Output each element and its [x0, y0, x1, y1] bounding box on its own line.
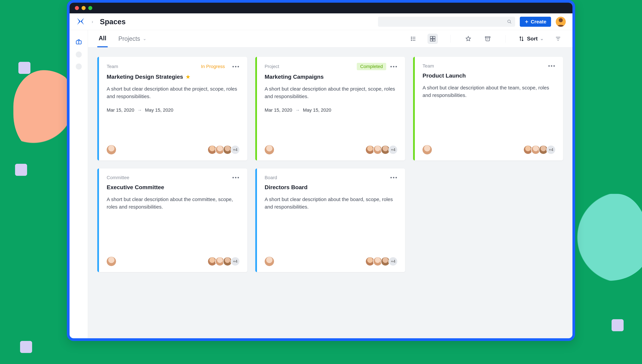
- member-overflow-count[interactable]: +4: [231, 257, 240, 266]
- space-card[interactable]: Board ••• Directors Board A short but cl…: [255, 168, 405, 272]
- member-overflow-count[interactable]: +4: [546, 145, 556, 154]
- card-owner-avatar[interactable]: [265, 257, 274, 266]
- star-icon: [465, 36, 471, 42]
- card-description: A short but clear description about the …: [107, 196, 240, 210]
- card-category: Board: [265, 175, 277, 180]
- card-description: A short but clear description about the …: [265, 85, 398, 100]
- card-description: A short but clear description about the …: [422, 84, 556, 99]
- toolbar-separator: [505, 35, 506, 42]
- page-title: Spaces: [100, 18, 126, 26]
- star-filled-icon[interactable]: ★: [186, 74, 190, 80]
- arrow-right-icon: →: [295, 108, 300, 113]
- card-owner-avatar[interactable]: [107, 145, 116, 154]
- space-card[interactable]: Project Completed ••• Marketing Campaign…: [255, 57, 405, 160]
- archive-icon: [484, 36, 491, 42]
- space-card[interactable]: Committee ••• Executive Committee A shor…: [97, 168, 247, 272]
- svg-rect-16: [433, 39, 435, 41]
- card-title: Marketing Campaigns: [265, 74, 324, 80]
- search-icon: [507, 20, 512, 24]
- card-category: Project: [265, 64, 279, 69]
- window-minimize-icon[interactable]: [82, 6, 86, 10]
- create-button[interactable]: Create: [520, 17, 551, 27]
- favorites-button[interactable]: [463, 34, 473, 44]
- card-menu-button[interactable]: •••: [232, 64, 240, 70]
- sidebar-item-placeholder[interactable]: [76, 64, 82, 70]
- sidebar-item-spaces[interactable]: [75, 38, 83, 46]
- search-input[interactable]: [381, 19, 507, 24]
- card-title-row: Executive Committee: [107, 184, 240, 190]
- chevron-down-icon: ⌄: [143, 36, 147, 41]
- arrow-right-icon: →: [137, 108, 142, 113]
- card-title: Directors Board: [265, 184, 308, 190]
- plus-icon: [524, 20, 529, 24]
- view-list-button[interactable]: [408, 34, 418, 44]
- top-bar: › Spaces Create: [70, 13, 572, 30]
- svg-rect-14: [433, 36, 435, 38]
- list-icon: [410, 36, 416, 42]
- card-start-date: Mar 15, 2020: [265, 108, 292, 113]
- card-title-row: Product Launch: [422, 72, 556, 79]
- svg-rect-15: [430, 39, 432, 41]
- card-menu-button[interactable]: •••: [548, 63, 556, 69]
- card-description: A short but clear description about the …: [107, 85, 240, 100]
- card-end-date: May 15, 2020: [303, 108, 331, 113]
- svg-point-9: [411, 38, 412, 39]
- search-box[interactable]: [378, 17, 515, 27]
- card-end-date: May 15, 2020: [145, 108, 173, 113]
- card-status: Completed: [357, 63, 386, 70]
- sort-arrows-icon: [518, 36, 525, 42]
- svg-point-11: [411, 40, 412, 40]
- space-card[interactable]: Team In Progress ••• Marketing Design St…: [97, 57, 247, 160]
- card-title-row: Marketing Design Strategies ★: [107, 74, 240, 80]
- app-logo-icon[interactable]: [76, 17, 85, 26]
- card-title-row: Marketing Campaigns: [265, 74, 398, 80]
- svg-rect-13: [430, 36, 432, 38]
- sort-label: Sort: [527, 36, 538, 42]
- card-menu-button[interactable]: •••: [390, 174, 398, 181]
- tab-projects[interactable]: Projects ⌄: [117, 30, 148, 47]
- filter-button[interactable]: [553, 34, 563, 44]
- sidebar-item-placeholder[interactable]: [76, 52, 82, 58]
- archive-button[interactable]: [483, 34, 493, 44]
- card-owner-avatar[interactable]: [107, 257, 116, 266]
- view-grid-button[interactable]: [428, 34, 438, 44]
- member-overflow-count[interactable]: +4: [231, 145, 240, 154]
- card-title: Product Launch: [422, 72, 466, 79]
- card-members: +4: [209, 257, 240, 266]
- toolbar: All Projects ⌄: [88, 30, 572, 48]
- svg-rect-17: [485, 36, 490, 38]
- card-members: +4: [525, 145, 556, 154]
- app-window: › Spaces Create All: [67, 0, 575, 341]
- card-title-row: Directors Board: [265, 184, 398, 190]
- grid-icon: [429, 36, 436, 42]
- card-title: Marketing Design Strategies: [107, 74, 183, 80]
- briefcase-icon: [75, 38, 82, 45]
- card-dates: Mar 15, 2020 → May 15, 2020: [107, 108, 240, 113]
- sort-button[interactable]: Sort ⌄: [518, 36, 544, 42]
- create-button-label: Create: [531, 19, 546, 24]
- svg-line-1: [510, 22, 511, 24]
- chevron-right-icon: ›: [92, 19, 93, 24]
- window-maximize-icon[interactable]: [88, 6, 92, 10]
- main-area: All Projects ⌄: [88, 30, 572, 338]
- svg-point-4: [559, 18, 563, 22]
- card-owner-avatar[interactable]: [422, 145, 432, 154]
- space-card[interactable]: Team ••• Product Launch A short but clea…: [413, 57, 563, 160]
- member-overflow-count[interactable]: +4: [388, 145, 398, 154]
- filter-icon: [555, 36, 561, 42]
- user-avatar[interactable]: [556, 17, 566, 27]
- chevron-down-icon: ⌄: [540, 36, 544, 41]
- card-description: A short but clear description about the …: [265, 196, 398, 210]
- card-menu-button[interactable]: •••: [390, 64, 398, 70]
- bg-decor-rect: [19, 62, 31, 74]
- card-owner-avatar[interactable]: [265, 145, 274, 154]
- svg-point-0: [508, 20, 510, 22]
- card-members: +4: [209, 145, 240, 154]
- member-overflow-count[interactable]: +4: [388, 257, 398, 266]
- tab-label: All: [99, 35, 106, 42]
- card-menu-button[interactable]: •••: [232, 174, 240, 181]
- card-members: +4: [367, 145, 398, 154]
- tab-all[interactable]: All: [97, 30, 108, 47]
- card-category: Team: [107, 64, 118, 69]
- window-close-icon[interactable]: [75, 6, 79, 10]
